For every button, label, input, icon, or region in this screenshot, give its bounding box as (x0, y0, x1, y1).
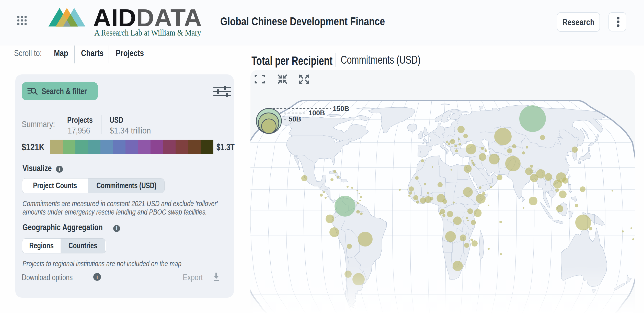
svg-text:A Research Lab at William & Ma: A Research Lab at William & Mary (94, 28, 201, 37)
svg-text:100B: 100B (308, 109, 325, 117)
svg-text:AIDDATA: AIDDATA (93, 5, 202, 31)
svg-text:50B: 50B (289, 115, 301, 123)
svg-text:150B: 150B (333, 105, 349, 113)
